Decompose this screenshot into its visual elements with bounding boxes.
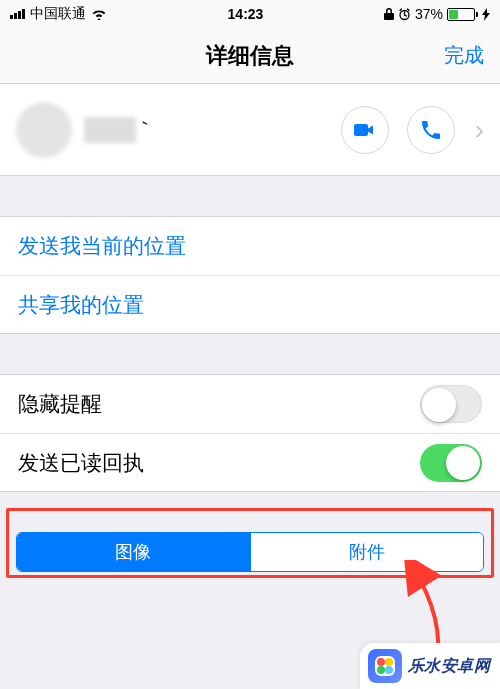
battery-pct: 37% bbox=[415, 6, 443, 22]
wifi-icon bbox=[91, 8, 107, 20]
share-location-button[interactable]: 共享我的位置 bbox=[0, 275, 500, 333]
chevron-right-icon: › bbox=[475, 114, 484, 146]
hide-alerts-toggle[interactable] bbox=[420, 385, 482, 423]
charging-icon bbox=[482, 8, 490, 21]
watermark-badge: 乐水安卓网 bbox=[360, 643, 501, 689]
send-current-location-button[interactable]: 发送我当前的位置 bbox=[0, 217, 500, 275]
carrier-label: 中国联通 bbox=[30, 5, 86, 23]
row-label: 隐藏提醒 bbox=[18, 390, 102, 418]
read-receipts-row: 发送已读回执 bbox=[0, 433, 500, 491]
status-bar: 中国联通 14:23 37% bbox=[0, 0, 500, 28]
attachments-segmented: 图像 附件 bbox=[16, 532, 484, 572]
page-title: 详细信息 bbox=[206, 41, 294, 71]
status-left: 中国联通 bbox=[10, 5, 107, 23]
row-label: 发送我当前的位置 bbox=[18, 232, 186, 260]
segment-images[interactable]: 图像 bbox=[17, 533, 250, 571]
watermark-logo-icon bbox=[368, 649, 402, 683]
phone-icon bbox=[419, 118, 443, 142]
location-group: 发送我当前的位置 共享我的位置 bbox=[0, 216, 500, 334]
video-call-button[interactable] bbox=[341, 106, 389, 154]
read-receipts-toggle[interactable] bbox=[420, 444, 482, 482]
segment-attachments[interactable]: 附件 bbox=[250, 533, 484, 571]
lock-icon bbox=[384, 8, 394, 20]
contact-name-blurred bbox=[84, 117, 136, 143]
video-icon bbox=[353, 118, 377, 142]
settings-group: 隐藏提醒 发送已读回执 bbox=[0, 374, 500, 492]
hide-alerts-row: 隐藏提醒 bbox=[0, 375, 500, 433]
avatar bbox=[16, 102, 72, 158]
status-right: 37% bbox=[384, 6, 490, 22]
contact-row[interactable]: ｀ › bbox=[0, 84, 500, 176]
row-label: 发送已读回执 bbox=[18, 449, 144, 477]
watermark-text: 乐水安卓网 bbox=[408, 656, 491, 677]
battery-icon bbox=[447, 8, 478, 21]
audio-call-button[interactable] bbox=[407, 106, 455, 154]
signal-icon bbox=[10, 9, 25, 19]
row-label: 共享我的位置 bbox=[18, 291, 144, 319]
alarm-icon bbox=[398, 8, 411, 21]
contact-name-suffix: ｀ bbox=[134, 115, 156, 145]
done-button[interactable]: 完成 bbox=[444, 42, 484, 69]
status-time: 14:23 bbox=[228, 6, 264, 22]
nav-bar: 详细信息 完成 bbox=[0, 28, 500, 84]
